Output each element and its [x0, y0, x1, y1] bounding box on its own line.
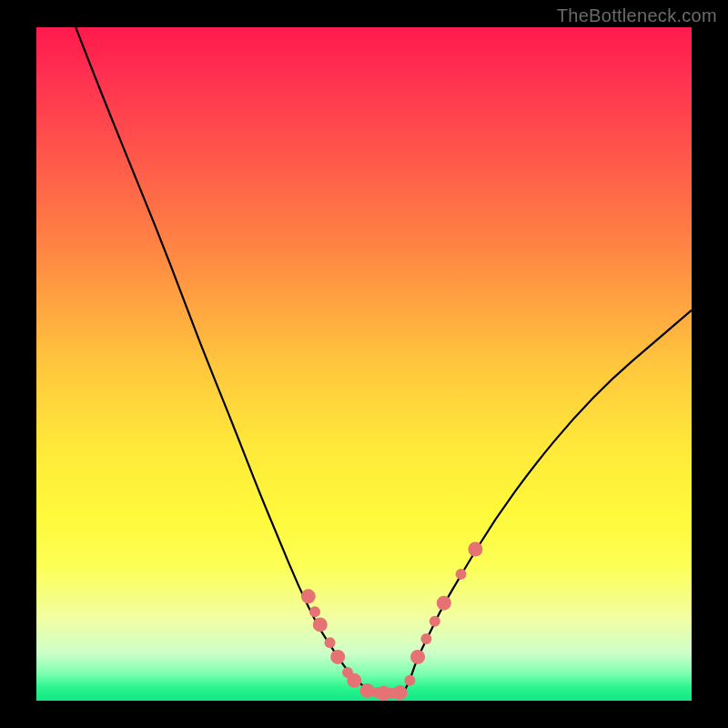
- marker-point: [404, 675, 415, 686]
- marker-point: [456, 569, 467, 580]
- marker-point: [309, 606, 320, 617]
- marker-point: [430, 616, 440, 627]
- marker-point: [301, 589, 316, 603]
- marker-point: [468, 542, 482, 557]
- marker-point: [330, 650, 345, 664]
- marker-point: [325, 637, 336, 648]
- marker-point: [437, 596, 451, 611]
- curve-right-curve: [403, 310, 692, 693]
- marker-layer: [301, 542, 483, 701]
- curve-left-curve: [76, 27, 377, 693]
- chart-plot-area: [36, 27, 692, 701]
- marker-point: [410, 650, 425, 664]
- chart-frame: TheBottleneck.com: [0, 0, 728, 728]
- chart-svg: [36, 27, 692, 701]
- marker-point: [393, 685, 408, 700]
- watermark-text: TheBottleneck.com: [557, 5, 717, 26]
- marker-point: [313, 617, 328, 632]
- marker-point: [420, 633, 431, 644]
- marker-point: [347, 673, 361, 688]
- curve-layer: [76, 27, 692, 693]
